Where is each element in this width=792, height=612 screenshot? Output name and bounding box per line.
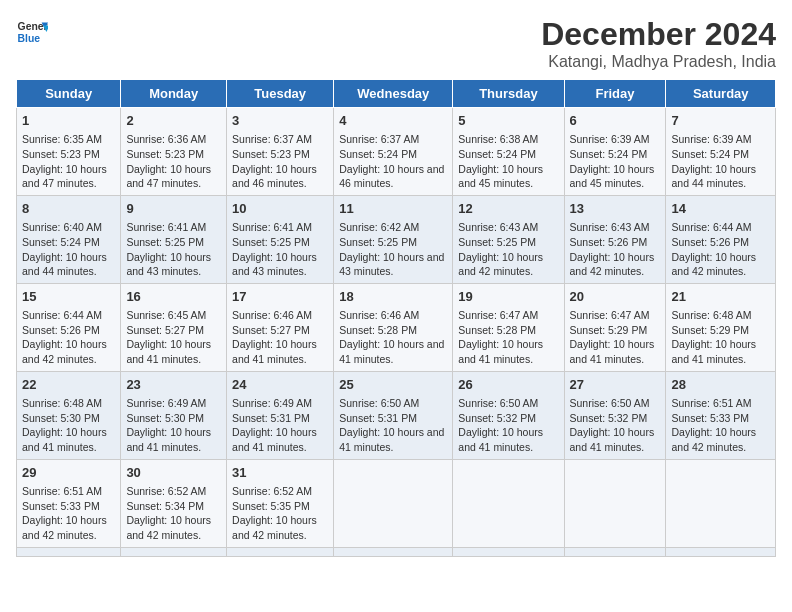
calendar-cell: 31Sunrise: 6:52 AMSunset: 5:35 PMDayligh… [227,459,334,547]
main-title: December 2024 [541,16,776,53]
calendar-cell: 8Sunrise: 6:40 AMSunset: 5:24 PMDaylight… [17,195,121,283]
calendar-cell [334,459,453,547]
title-area: December 2024 Katangi, Madhya Pradesh, I… [541,16,776,71]
day-number: 23 [126,376,221,394]
day-number: 16 [126,288,221,306]
day-number: 25 [339,376,447,394]
calendar-cell: 4Sunrise: 6:37 AMSunset: 5:24 PMDaylight… [334,108,453,196]
calendar-cell: 23Sunrise: 6:49 AMSunset: 5:30 PMDayligh… [121,371,227,459]
day-number: 3 [232,112,328,130]
calendar-row-4: 22Sunrise: 6:48 AMSunset: 5:30 PMDayligh… [17,371,776,459]
calendar-cell [453,547,564,556]
day-number: 28 [671,376,770,394]
day-number: 26 [458,376,558,394]
logo-icon: General Blue [16,16,48,48]
col-wednesday: Wednesday [334,80,453,108]
day-number: 6 [570,112,661,130]
calendar-cell: 30Sunrise: 6:52 AMSunset: 5:34 PMDayligh… [121,459,227,547]
day-number: 30 [126,464,221,482]
col-monday: Monday [121,80,227,108]
day-number: 19 [458,288,558,306]
calendar-cell [564,547,666,556]
calendar-cell: 28Sunrise: 6:51 AMSunset: 5:33 PMDayligh… [666,371,776,459]
calendar-cell: 20Sunrise: 6:47 AMSunset: 5:29 PMDayligh… [564,283,666,371]
calendar-cell: 21Sunrise: 6:48 AMSunset: 5:29 PMDayligh… [666,283,776,371]
day-number: 20 [570,288,661,306]
calendar-cell: 1Sunrise: 6:35 AMSunset: 5:23 PMDaylight… [17,108,121,196]
calendar-cell [666,459,776,547]
calendar-cell: 17Sunrise: 6:46 AMSunset: 5:27 PMDayligh… [227,283,334,371]
day-number: 14 [671,200,770,218]
day-number: 13 [570,200,661,218]
calendar-cell: 25Sunrise: 6:50 AMSunset: 5:31 PMDayligh… [334,371,453,459]
calendar-cell: 16Sunrise: 6:45 AMSunset: 5:27 PMDayligh… [121,283,227,371]
page-container: General Blue December 2024 Katangi, Madh… [16,16,776,557]
calendar-cell: 5Sunrise: 6:38 AMSunset: 5:24 PMDaylight… [453,108,564,196]
col-tuesday: Tuesday [227,80,334,108]
day-number: 17 [232,288,328,306]
calendar-cell: 12Sunrise: 6:43 AMSunset: 5:25 PMDayligh… [453,195,564,283]
calendar-cell: 24Sunrise: 6:49 AMSunset: 5:31 PMDayligh… [227,371,334,459]
calendar-cell: 22Sunrise: 6:48 AMSunset: 5:30 PMDayligh… [17,371,121,459]
calendar-cell: 13Sunrise: 6:43 AMSunset: 5:26 PMDayligh… [564,195,666,283]
calendar-cell: 15Sunrise: 6:44 AMSunset: 5:26 PMDayligh… [17,283,121,371]
day-number: 10 [232,200,328,218]
calendar-row-1: 1Sunrise: 6:35 AMSunset: 5:23 PMDaylight… [17,108,776,196]
day-number: 29 [22,464,115,482]
calendar-row-6 [17,547,776,556]
day-number: 9 [126,200,221,218]
logo: General Blue [16,16,48,48]
calendar-cell: 2Sunrise: 6:36 AMSunset: 5:23 PMDaylight… [121,108,227,196]
day-number: 27 [570,376,661,394]
day-number: 18 [339,288,447,306]
calendar-cell: 6Sunrise: 6:39 AMSunset: 5:24 PMDaylight… [564,108,666,196]
day-number: 5 [458,112,558,130]
calendar-cell [334,547,453,556]
calendar-cell [564,459,666,547]
subtitle: Katangi, Madhya Pradesh, India [541,53,776,71]
day-number: 24 [232,376,328,394]
header: General Blue December 2024 Katangi, Madh… [16,16,776,71]
calendar-cell: 19Sunrise: 6:47 AMSunset: 5:28 PMDayligh… [453,283,564,371]
day-number: 2 [126,112,221,130]
day-number: 21 [671,288,770,306]
calendar-cell [17,547,121,556]
day-number: 7 [671,112,770,130]
day-number: 1 [22,112,115,130]
day-number: 8 [22,200,115,218]
calendar-cell: 27Sunrise: 6:50 AMSunset: 5:32 PMDayligh… [564,371,666,459]
calendar-cell: 18Sunrise: 6:46 AMSunset: 5:28 PMDayligh… [334,283,453,371]
calendar-cell: 3Sunrise: 6:37 AMSunset: 5:23 PMDaylight… [227,108,334,196]
col-thursday: Thursday [453,80,564,108]
calendar-cell: 11Sunrise: 6:42 AMSunset: 5:25 PMDayligh… [334,195,453,283]
calendar-row-3: 15Sunrise: 6:44 AMSunset: 5:26 PMDayligh… [17,283,776,371]
calendar-cell [121,547,227,556]
day-number: 4 [339,112,447,130]
day-number: 31 [232,464,328,482]
day-number: 12 [458,200,558,218]
header-row: Sunday Monday Tuesday Wednesday Thursday… [17,80,776,108]
day-number: 22 [22,376,115,394]
calendar-cell: 26Sunrise: 6:50 AMSunset: 5:32 PMDayligh… [453,371,564,459]
calendar-cell [453,459,564,547]
calendar-cell [227,547,334,556]
day-number: 15 [22,288,115,306]
calendar-cell: 14Sunrise: 6:44 AMSunset: 5:26 PMDayligh… [666,195,776,283]
day-number: 11 [339,200,447,218]
col-saturday: Saturday [666,80,776,108]
col-friday: Friday [564,80,666,108]
calendar-cell: 29Sunrise: 6:51 AMSunset: 5:33 PMDayligh… [17,459,121,547]
calendar-cell: 9Sunrise: 6:41 AMSunset: 5:25 PMDaylight… [121,195,227,283]
col-sunday: Sunday [17,80,121,108]
calendar-cell: 10Sunrise: 6:41 AMSunset: 5:25 PMDayligh… [227,195,334,283]
calendar-table: Sunday Monday Tuesday Wednesday Thursday… [16,79,776,557]
calendar-cell: 7Sunrise: 6:39 AMSunset: 5:24 PMDaylight… [666,108,776,196]
calendar-cell [666,547,776,556]
calendar-row-5: 29Sunrise: 6:51 AMSunset: 5:33 PMDayligh… [17,459,776,547]
calendar-row-2: 8Sunrise: 6:40 AMSunset: 5:24 PMDaylight… [17,195,776,283]
svg-text:Blue: Blue [18,33,41,44]
